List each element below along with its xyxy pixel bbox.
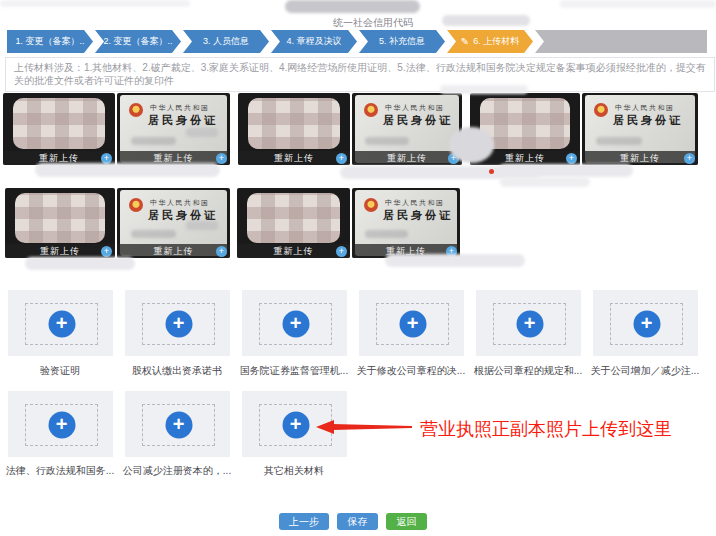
redaction-blob [385, 254, 525, 267]
pencil-icon: ✎ [461, 36, 469, 47]
upload-dropzone[interactable]: + [25, 404, 98, 446]
id-card-country: 中华人民共和国 [385, 198, 445, 208]
step-5-extra-info[interactable]: 5. 补充信息 [359, 30, 445, 53]
redaction-blob-credit-code [442, 15, 530, 26]
uploaded-id-photo-back[interactable]: 中华人民共和国 居民身份证 重新上传 + [352, 188, 460, 258]
add-upload-button[interactable]: + [282, 412, 309, 439]
annotation-arrow-shaft [332, 424, 412, 430]
reupload-button[interactable]: 重新上传 [274, 152, 314, 165]
upload-slot-label: 关于修改公司章程的决... [353, 364, 469, 378]
add-upload-button[interactable]: + [165, 311, 192, 338]
upload-slot-label: 其它相关材料 [236, 464, 352, 478]
annotation-arrow-head [316, 420, 334, 434]
upload-slot-label: 关于公司增加／减少注... [587, 364, 703, 378]
redaction-blob [365, 230, 408, 238]
zoom-in-icon[interactable]: + [101, 153, 112, 164]
redaction-blob [35, 163, 220, 177]
redacted-photo-area [13, 98, 105, 149]
required-marker [489, 169, 494, 174]
upload-slot: + [242, 290, 347, 356]
upload-slot-label: 验资证明 [2, 364, 118, 378]
add-upload-button[interactable]: + [399, 311, 426, 338]
reupload-button[interactable]: 重新上传 [620, 152, 660, 165]
upload-slot-label: 国务院证券监督管理机... [236, 364, 352, 378]
redaction-blob [365, 137, 409, 145]
return-button[interactable]: 返回 [386, 513, 427, 530]
save-button[interactable]: 保存 [337, 513, 378, 530]
uploaded-id-photo-front[interactable]: 重新上传 + [237, 188, 350, 258]
reupload-button[interactable]: 重新上传 [40, 245, 80, 258]
uploaded-id-photo-back[interactable]: 中华人民共和国 居民身份证 重新上传 + [352, 93, 462, 165]
upload-slot-label: 股权认缴出资承诺书 [119, 364, 235, 378]
reupload-button[interactable]: 重新上传 [387, 152, 427, 165]
add-upload-button[interactable]: + [633, 311, 660, 338]
upload-slot: + [359, 290, 464, 356]
uploaded-id-photo-back[interactable]: 中华人民共和国 居民身份证 重新上传 + [117, 188, 230, 258]
thumb-toolbar: 重新上传 + [117, 244, 230, 258]
upload-materials-page: 统一社会信用代码 1. 变更（备案）.. 2. 变更（备案）.. 3. 人员信息… [0, 0, 716, 536]
zoom-in-icon[interactable]: + [101, 246, 112, 257]
thumb-toolbar: 重新上传 + [582, 151, 698, 165]
upload-notice-text: 上传材料涉及：1.其他材料、2.破产裁定、3.家庭关系证明、4.网络经营场所使用… [5, 57, 715, 92]
reupload-button[interactable]: 重新上传 [505, 152, 545, 165]
step-4-charter[interactable]: 4. 章程及决议 [271, 30, 357, 53]
id-card-title: 居民身份证 [148, 113, 218, 128]
uploaded-id-photo-front[interactable]: 重新上传 + [5, 188, 115, 258]
national-emblem-icon [364, 198, 378, 212]
redaction-blob [131, 137, 176, 145]
step-3-personnel[interactable]: 3. 人员信息 [183, 30, 269, 53]
step-2-change-record[interactable]: 2. 变更（备案）.. [95, 30, 181, 53]
credit-code-label: 统一社会信用代码 [333, 16, 413, 30]
stepbar-remainder [535, 30, 707, 53]
zoom-in-icon[interactable]: + [566, 153, 577, 164]
reupload-button[interactable]: 重新上传 [274, 245, 314, 258]
upload-dropzone[interactable]: + [142, 404, 215, 446]
upload-slot: + [8, 290, 113, 356]
redaction-blob [500, 177, 590, 187]
step-label: 5. 补充信息 [379, 35, 425, 48]
annotation-text: 营业执照正副本照片上传到这里 [420, 417, 672, 441]
upload-dropzone[interactable]: + [376, 303, 449, 345]
zoom-in-icon[interactable]: + [216, 246, 227, 257]
id-card-country: 中华人民共和国 [615, 103, 675, 113]
redaction-blob [560, 0, 716, 8]
id-card-country: 中华人民共和国 [385, 103, 445, 113]
step-6-upload-materials[interactable]: ✎ 6. 上传材料 [447, 30, 533, 53]
national-emblem-icon [364, 103, 378, 117]
thumb-toolbar: 重新上传 + [5, 244, 115, 258]
redaction-blob [0, 0, 190, 7]
uploaded-id-photo-back[interactable]: 中华人民共和国 居民身份证 重新上传 + [582, 93, 698, 165]
add-upload-button[interactable]: + [282, 311, 309, 338]
reupload-button[interactable]: 重新上传 [154, 245, 194, 258]
upload-dropzone[interactable]: + [259, 303, 332, 345]
uploaded-id-photo-front[interactable]: 重新上传 + [238, 93, 350, 165]
national-emblem-icon [594, 103, 608, 117]
upload-dropzone[interactable]: + [142, 303, 215, 345]
redaction-blob [25, 257, 135, 270]
uploaded-id-photo-back[interactable]: 中华人民共和国 居民身份证 重新上传 + [117, 93, 230, 165]
add-upload-button[interactable]: + [516, 311, 543, 338]
add-upload-button[interactable]: + [48, 412, 75, 439]
upload-slot: + [8, 391, 113, 457]
redacted-photo-area [248, 98, 340, 149]
zoom-in-icon[interactable]: + [216, 153, 227, 164]
previous-step-button[interactable]: 上一步 [279, 513, 329, 530]
upload-dropzone[interactable]: + [610, 303, 683, 345]
redacted-photo-area [247, 193, 340, 243]
redaction-blob [186, 221, 218, 230]
thumb-toolbar: 重新上传 + [238, 151, 350, 165]
upload-dropzone[interactable]: + [493, 303, 566, 345]
upload-slot-label: 法律、行政法规和国务... [2, 464, 118, 478]
upload-dropzone[interactable]: + [25, 303, 98, 345]
add-upload-button[interactable]: + [48, 311, 75, 338]
id-card-country: 中华人民共和国 [150, 103, 210, 113]
upload-slot: + [125, 290, 230, 356]
redaction-blob-company-name [285, 0, 420, 13]
uploaded-id-photo-front[interactable]: 重新上传 + [3, 93, 115, 165]
zoom-in-icon[interactable]: + [336, 153, 347, 164]
add-upload-button[interactable]: + [165, 412, 192, 439]
zoom-in-icon[interactable]: + [336, 246, 347, 257]
step-label: 2. 变更（备案）.. [103, 35, 172, 48]
zoom-in-icon[interactable]: + [684, 153, 695, 164]
step-1-change-record[interactable]: 1. 变更（备案）.. [7, 30, 93, 53]
